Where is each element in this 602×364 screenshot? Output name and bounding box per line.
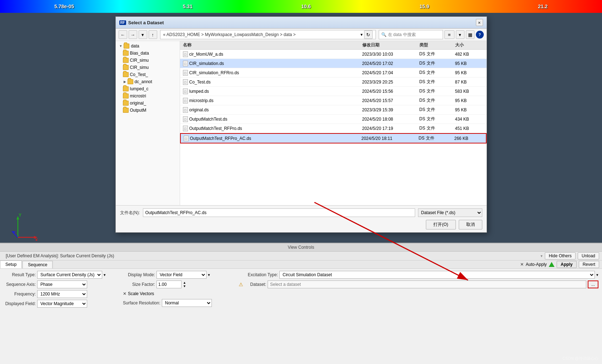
dialog-actions: 打开(O) 取消 <box>120 220 482 229</box>
dialog-filelist: 名称 修改日期 类型 大小 □ cir_MomUW_a.ds 2023/3/30… <box>180 41 487 205</box>
help-button[interactable]: ? <box>476 31 484 39</box>
table-row[interactable]: □ Co_Test.ds 2023/3/29 20:25 DS 文件 87 KB <box>180 77 487 87</box>
sidebar-item-cotest[interactable]: Co_Test_ <box>116 71 180 78</box>
displayed-field-row: Displayed Field: Vector Magnitude <box>4 300 118 308</box>
excitation-chevron[interactable]: ▾ <box>596 273 598 277</box>
sidebar-item-micro[interactable]: microstri <box>116 92 180 100</box>
file-icon: □ lumped.ds <box>183 89 362 94</box>
view-controls-label: View Controls <box>288 245 314 250</box>
back-button[interactable]: ← <box>119 30 127 39</box>
filetype-select[interactable]: Dataset File (*.ds) <box>418 208 482 217</box>
table-row-selected[interactable]: □ OutputMatchTest_RFPro_AC.ds 2024/5/20 … <box>180 133 487 143</box>
colorbar-value-4: 15.9 <box>419 4 429 9</box>
table-row[interactable]: □ CIR_simulation.ds 2024/5/20 17:02 DS 文… <box>180 59 487 68</box>
apply-button[interactable]: Apply <box>557 261 576 268</box>
frequency-select[interactable]: 1200 MHz <box>37 290 87 298</box>
display-mode-row: Display Mode: Vector Field ▾ <box>123 271 234 279</box>
chevron-right-icon: ▶ <box>124 80 126 84</box>
table-row[interactable]: □ original.ds 2023/3/29 15:39 DS 文件 95 K… <box>180 105 487 115</box>
table-row[interactable]: □ OutputMatchTest.ds 2024/5/20 18:08 DS … <box>180 115 487 124</box>
table-row[interactable]: □ OutputMatchTest_RFPro.ds 2024/5/20 17:… <box>180 124 487 133</box>
folder-icon <box>123 51 129 56</box>
filename-row: 文件名(N): Dataset File (*.ds) <box>120 208 482 217</box>
forward-button[interactable]: → <box>129 30 137 39</box>
view-list-button[interactable]: ≡ <box>444 30 454 39</box>
open-button[interactable]: 打开(O) <box>426 220 456 229</box>
colorbar-value-3: 10.6 <box>301 4 311 9</box>
breadcrumb-chevron[interactable]: ▾ <box>360 32 363 37</box>
sidebar-item-dc[interactable]: ▶ dc_annot <box>116 78 180 85</box>
folder-icon <box>123 58 129 63</box>
col-modified[interactable]: 修改日期 <box>362 42 419 48</box>
search-input[interactable] <box>388 32 442 37</box>
sidebar-item-cir1[interactable]: CIR_simu <box>116 57 180 64</box>
folder-icon <box>123 108 129 113</box>
folder-icon <box>123 72 129 77</box>
sidebar-item-output[interactable]: OutputM <box>116 107 180 114</box>
table-row[interactable]: □ CIR_simulation_RFRro.ds 2024/5/20 17:0… <box>180 68 487 77</box>
table-row[interactable]: □ lumped.ds 2024/5/20 15:56 DS 文件 583 KB <box>180 87 487 96</box>
folder-icon <box>128 79 133 84</box>
up-button[interactable]: ↑ <box>149 30 157 39</box>
history-button[interactable]: ▾ <box>139 30 147 39</box>
table-row[interactable]: □ cir_MomUW_a.ds 2023/3/30 10:03 DS 文件 4… <box>180 50 487 59</box>
breadcrumb[interactable]: « ADS2023_HOME > MyWorkspace_LowpassMatc… <box>160 30 376 39</box>
sequence-axis-select[interactable]: Phase <box>37 280 87 288</box>
sidebar-item-label: microstri <box>130 93 146 98</box>
sidebar-item-label: data <box>131 44 139 49</box>
browse-button[interactable]: ... <box>588 280 598 288</box>
dialog-sidebar: ▼ data Bias_data CIR_simu CIR_simu <box>116 41 180 205</box>
display-mode-select[interactable]: Vector Field <box>156 271 207 279</box>
sidebar-item-cir2[interactable]: CIR_simu <box>116 64 180 71</box>
excitation-type-select[interactable]: Circuit Simulation Dataset <box>279 271 595 279</box>
unload-button[interactable]: Unload <box>578 252 599 259</box>
display-mode-chevron[interactable]: ▾ <box>208 273 210 277</box>
frequency-row: Frequency: 1200 MHz <box>4 290 118 298</box>
colorbar-value-1: 5.78e-05 <box>54 4 74 9</box>
revert-button[interactable]: Revert <box>579 261 599 268</box>
stepper-down[interactable]: ▼ <box>183 284 186 288</box>
dataset-label: Dataset: <box>245 282 266 287</box>
select-dataset-dialog: RF Select a Dataset × ← → ▾ ↑ « ADS2023_… <box>115 16 487 233</box>
result-type-row: Result Type: Surface Current Density (Js… <box>4 271 118 279</box>
table-row[interactable]: □ microstrip.ds 2024/5/20 15:57 DS 文件 95… <box>180 96 487 105</box>
dialog-main: ▼ data Bias_data CIR_simu CIR_simu <box>116 41 487 205</box>
sidebar-item-lumped[interactable]: lumped_c <box>116 85 180 92</box>
dataset-input[interactable] <box>268 280 586 288</box>
cancel-button[interactable]: 取消 <box>459 220 482 229</box>
col-size[interactable]: 大小 <box>455 42 484 48</box>
hide-others-button[interactable]: Hide Others <box>545 252 576 259</box>
dialog-close-button[interactable]: × <box>476 19 483 26</box>
sidebar-item-label: dc_annot <box>135 79 152 84</box>
tab-setup[interactable]: Setup <box>0 261 22 268</box>
chevron-down-icon: ▼ <box>119 44 123 48</box>
col-name[interactable]: 名称 <box>183 42 362 48</box>
sidebar-item-label: CIR_simu <box>130 65 149 70</box>
size-factor-stepper[interactable]: ▲▼ <box>183 281 186 288</box>
file-icon: □ microstrip.ds <box>183 98 362 103</box>
sidebar-item-data[interactable]: ▼ data <box>116 42 180 50</box>
auto-apply-checkbox[interactable]: ✕ <box>520 262 524 267</box>
result-type-chevron[interactable]: ▾ <box>104 273 106 277</box>
size-factor-input[interactable] <box>156 280 181 288</box>
auto-apply-label: Auto-Apply <box>526 262 547 267</box>
colorbar-value-2: 5.31 <box>183 4 192 9</box>
dialog-title-text: Select a Dataset <box>128 20 164 25</box>
view-pane-button[interactable]: ▦ <box>466 30 474 39</box>
sidebar-item-bias[interactable]: Bias_data <box>116 50 180 57</box>
refresh-button[interactable]: ↻ <box>364 30 373 39</box>
displayed-field-select[interactable]: Vector Magnitude <box>37 300 87 308</box>
view-details-button[interactable]: ▾ <box>456 30 464 39</box>
surface-resolution-select[interactable]: Normal <box>162 299 212 307</box>
dataset-row: ⚠ Dataset: ... <box>239 280 598 288</box>
size-factor-label: Size Factor: <box>123 282 155 287</box>
result-type-select[interactable]: Surface Current Density (Js) <box>37 271 102 279</box>
file-icon: □ CIR_simulation.ds <box>183 61 362 66</box>
tab-sequence[interactable]: Sequence <box>23 261 53 268</box>
sidebar-item-original[interactable]: original_ <box>116 100 180 107</box>
file-icon: □ cir_MomUW_a.ds <box>183 51 362 57</box>
scale-vectors-checkbox[interactable]: ✕ <box>123 291 126 296</box>
filename-input[interactable] <box>143 208 415 217</box>
stepper-up[interactable]: ▲ <box>183 281 186 284</box>
col-type[interactable]: 类型 <box>419 42 455 48</box>
